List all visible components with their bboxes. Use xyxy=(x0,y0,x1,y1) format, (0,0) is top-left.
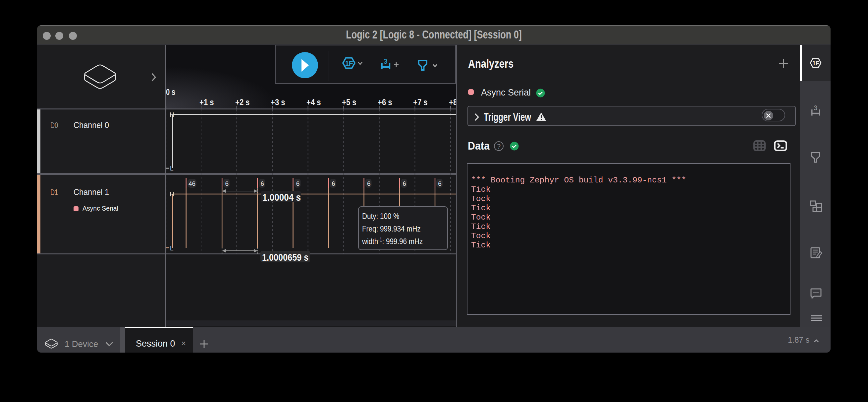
svg-text:L: L xyxy=(170,165,174,172)
svg-text:L: L xyxy=(170,245,174,252)
svg-text:3: 3 xyxy=(384,59,387,65)
svg-text:3: 3 xyxy=(814,105,817,111)
svg-text:6: 6 xyxy=(225,180,229,187)
svg-text:1F: 1F xyxy=(345,59,353,67)
svg-text:46: 46 xyxy=(188,180,195,187)
svg-text:6: 6 xyxy=(367,180,371,187)
svg-text:6: 6 xyxy=(403,180,406,187)
svg-text:6: 6 xyxy=(438,180,442,187)
svg-text:H: H xyxy=(169,191,174,198)
svg-text:1F: 1F xyxy=(812,60,819,67)
svg-text:6: 6 xyxy=(332,180,335,187)
svg-text:6: 6 xyxy=(261,180,265,187)
svg-text:H: H xyxy=(169,111,174,118)
svg-text:6: 6 xyxy=(296,180,300,187)
